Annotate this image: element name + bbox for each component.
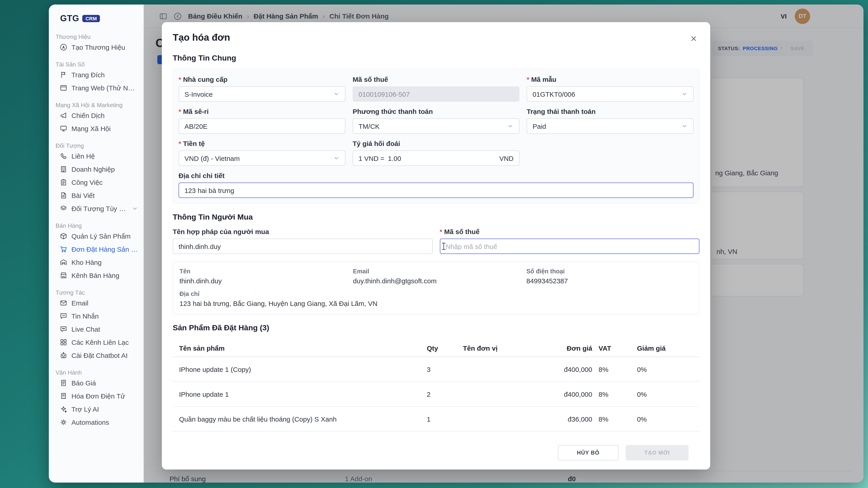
sidebar-item-social[interactable]: Mạng Xã Hội <box>49 122 143 135</box>
create-button[interactable]: TẠO MỚI <box>626 445 688 460</box>
buyer-info-phone: Số điện thoại 84993452387 <box>526 268 692 285</box>
info-value: thinh.dinh.duy <box>180 277 346 285</box>
sidebar-item-messages[interactable]: Tin Nhắn <box>49 310 143 323</box>
field-label: Mã sê-ri <box>183 107 209 115</box>
sidebar-item-warehouse[interactable]: Kho Hàng <box>49 256 143 269</box>
sidebar-item-quotes[interactable]: Báo Giá <box>49 377 143 390</box>
logo-crm-badge: CRM <box>82 15 100 22</box>
sidebar-item-custom-objects[interactable]: Đối Tượng Tùy Chỉnh <box>49 202 143 215</box>
buyer-info-box: Tên thinh.dinh.duy Email duy.thinh.dinh@… <box>173 262 700 315</box>
mail-icon <box>60 299 67 307</box>
sidebar-item-label: Chiến Dịch <box>71 111 105 119</box>
payment-method-value: TM/CK <box>359 122 379 130</box>
field-label: Tỷ giá hối đoái <box>352 140 400 147</box>
sidebar-item-create-brand[interactable]: Tạo Thương Hiệu <box>49 41 143 54</box>
col-header: VAT <box>592 344 631 352</box>
required-marker: * <box>440 228 442 235</box>
required-marker: * <box>179 107 181 115</box>
sidebar-item-chatbot-settings[interactable]: Cài Đặt Chatbot AI <box>49 349 143 362</box>
layers-icon <box>60 205 67 213</box>
field-buyer-legal-name: Tên hợp pháp của người mua <box>173 228 432 254</box>
livechat-icon <box>60 325 67 333</box>
field-label: Tên hợp pháp của người mua <box>173 228 269 235</box>
serial-input[interactable] <box>179 119 345 134</box>
field-label: Tiền tệ <box>183 140 205 147</box>
field-label: Địa chỉ chi tiết <box>179 172 224 180</box>
currency-value: VND (đ) - Vietnam <box>184 154 240 162</box>
payment-status-select[interactable]: Paid <box>527 119 693 134</box>
sidebar-item-website[interactable]: Trang Web (Thử Nghiệ... <box>49 81 143 94</box>
exchange-rate-prefix: 1 VND = <box>359 154 384 162</box>
supplier-select[interactable]: S-Invoice <box>179 86 345 102</box>
buyer-tax-input[interactable] <box>440 238 700 254</box>
cell-product-name: Quần baggy màu be chất liệu thoáng (Copy… <box>173 415 427 423</box>
supplier-value: S-Invoice <box>184 90 213 98</box>
close-icon[interactable] <box>688 33 700 46</box>
sidebar-item-companies[interactable]: Doanh Nghiệp <box>49 163 143 176</box>
cancel-button[interactable]: HỦY BỎ <box>558 445 618 460</box>
modal-title: Tạo hóa đơn <box>173 32 230 43</box>
cell-product-name: IPhone update 1 <box>173 390 427 398</box>
sidebar-item-label: Quản Lý Sản Phẩm <box>71 232 131 240</box>
currency-select[interactable]: VND (đ) - Vietnam <box>179 151 345 166</box>
address-input[interactable] <box>179 183 693 198</box>
sidebar-item-label: Trang Web (Thử Nghiệ... <box>71 84 138 92</box>
cell-qty: 3 <box>427 365 463 373</box>
cell-price: đ400,000 <box>524 390 592 398</box>
sidebar-item-campaign[interactable]: Chiến Dịch <box>49 109 143 122</box>
sidebar-item-landing-page[interactable]: Trang Đích <box>49 68 143 81</box>
sidebar-section-label: Thương Hiệu <box>49 33 143 41</box>
sidebar-item-sales-channels[interactable]: Kênh Bán Hàng <box>49 269 143 282</box>
col-header: Tên đơn vị <box>463 344 524 352</box>
chevron-down-icon <box>681 123 688 129</box>
section-heading-products: Sản Phẩm Đã Đặt Hàng (3) <box>173 324 700 332</box>
modal-header: Tạo hóa đơn <box>162 22 710 47</box>
invoice-icon <box>60 392 67 400</box>
browser-icon <box>60 84 67 92</box>
sidebar-item-e-invoice[interactable]: Hóa Đơn Điện Tử <box>49 390 143 402</box>
sidebar-item-product-management[interactable]: Quản Lý Sản Phẩm <box>49 230 143 242</box>
field-supplier: *Nhà cung cấp S-Invoice <box>179 75 345 102</box>
table-row: IPhone update 1 2 đ400,000 8% 0% <box>173 382 700 407</box>
template-select[interactable]: 01GTKT0/006 <box>527 86 693 102</box>
sidebar-section-label: Vận Hành <box>49 368 143 377</box>
sidebar-item-label: Đối Tượng Tùy Chỉnh <box>71 205 128 213</box>
logo-text: GTG <box>60 13 79 24</box>
exchange-rate-input[interactable]: 1 VND = 1.00 VND <box>352 151 520 166</box>
sidebar-item-posts[interactable]: Bài Viết <box>49 189 143 202</box>
chevron-down-icon <box>507 123 514 129</box>
storefront-icon <box>60 271 67 279</box>
cell-qty: 2 <box>427 390 463 398</box>
field-payment-method: Phương thức thanh toán TM/CK <box>352 107 520 134</box>
table-row: IPhone update 1 (Copy) 3 đ400,000 8% 0% <box>173 357 700 382</box>
buyer-legal-name-input[interactable] <box>173 238 432 254</box>
sidebar-item-label: Báo Giá <box>71 379 96 387</box>
buyer-info-address: Địa chỉ 123 hai bà trưng, Bắc Giang, Huy… <box>180 291 692 307</box>
sidebar-item-ai-assistant[interactable]: Trợ Lý AI <box>49 402 143 416</box>
cell-discount: 0% <box>631 390 700 398</box>
field-exchange-rate: Tỷ giá hối đoái 1 VND = 1.00 VND <box>352 140 520 166</box>
sidebar-item-automations[interactable]: Automations <box>49 416 143 429</box>
col-header: Qty <box>427 344 463 352</box>
logo: GTG CRM <box>49 11 143 26</box>
sidebar-item-tasks[interactable]: Công Việc <box>49 176 143 189</box>
sidebar-item-product-orders[interactable]: Đơn Đặt Hàng Sản Phẩ... <box>49 242 143 256</box>
exchange-rate-value: 1.00 <box>388 154 401 162</box>
section-heading-buyer: Thông Tin Người Mua <box>173 213 700 222</box>
sidebar-item-email[interactable]: Email <box>49 296 143 310</box>
sidebar-item-label: Tin Nhắn <box>71 312 99 320</box>
sidebar-item-live-chat[interactable]: Live Chat <box>49 323 143 336</box>
field-serial: *Mã sê-ri <box>179 107 345 134</box>
document-icon <box>60 192 67 199</box>
sparkles-icon <box>60 405 67 413</box>
field-payment-status: Trạng thái thanh toán Paid <box>527 107 693 134</box>
payment-method-select[interactable]: TM/CK <box>352 119 520 134</box>
info-label: Tên <box>180 268 346 275</box>
sidebar-item-contacts[interactable]: Liên Hệ <box>49 150 143 163</box>
table-row: Quần baggy màu be chất liệu thoáng (Copy… <box>173 407 700 431</box>
field-label: Phương thức thanh toán <box>352 107 433 115</box>
warehouse-icon <box>60 258 67 266</box>
exchange-rate-suffix: VND <box>499 154 514 162</box>
template-value: 01GTKT0/006 <box>532 90 575 98</box>
sidebar-item-contact-channels[interactable]: Các Kênh Liên Lạc <box>49 336 143 349</box>
